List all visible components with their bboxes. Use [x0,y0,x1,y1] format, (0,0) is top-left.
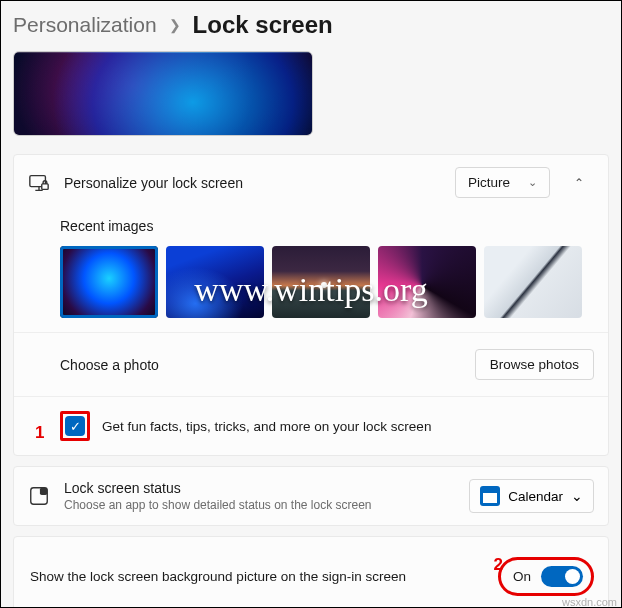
signin-label: Show the lock screen background picture … [30,569,498,584]
breadcrumb-parent[interactable]: Personalization [13,13,157,37]
recent-image-4[interactable] [378,246,476,318]
status-row[interactable]: Lock screen status Choose an app to show… [14,467,608,525]
page-title: Lock screen [193,11,333,39]
monitor-lock-icon [28,172,50,194]
chevron-down-icon: ⌄ [528,176,537,189]
annotation-box-2: On [498,557,594,596]
status-subtitle: Choose an app to show detailed status on… [64,498,455,512]
choose-photo-label: Choose a photo [60,357,475,373]
attribution: wsxdn.com [562,596,617,608]
background-type-select[interactable]: Picture ⌄ [455,167,550,198]
svg-rect-1 [42,183,48,189]
check-icon: ✓ [70,419,81,434]
status-icon [28,485,50,507]
signin-row: Show the lock screen background picture … [14,537,608,608]
recent-images-section: Recent images [14,210,608,332]
lock-screen-preview [13,51,313,136]
calendar-icon [480,486,500,506]
chevron-up-icon: ⌃ [574,176,584,190]
annotation-box-1: ✓ [60,411,90,441]
fun-facts-label: Get fun facts, tips, tricks, and more on… [102,419,431,434]
browse-photos-button[interactable]: Browse photos [475,349,594,380]
status-app-value: Calendar [508,489,563,504]
personalize-header-row[interactable]: Personalize your lock screen Picture ⌄ ⌃ [14,155,608,210]
svg-rect-3 [40,488,47,495]
recent-image-5[interactable] [484,246,582,318]
preview-image [14,52,312,135]
toggle-state-text: On [513,569,531,584]
fun-facts-checkbox[interactable]: ✓ [65,416,85,436]
status-card: Lock screen status Choose an app to show… [13,466,609,526]
recent-images-label: Recent images [60,218,594,234]
signin-card: Show the lock screen background picture … [13,536,609,608]
status-title: Lock screen status [64,480,455,496]
fun-facts-row: ✓ Get fun facts, tips, tricks, and more … [14,396,608,455]
choose-photo-row: Choose a photo Browse photos [14,332,608,396]
recent-images-list [60,246,594,318]
status-app-select[interactable]: Calendar ⌄ [469,479,594,513]
chevron-right-icon: ❯ [169,17,181,33]
personalize-card: Personalize your lock screen Picture ⌄ ⌃… [13,154,609,456]
chevron-down-icon: ⌄ [571,488,583,504]
annotation-marker-1: 1 [35,423,44,443]
signin-toggle[interactable] [541,566,583,587]
annotation-marker-2: 2 [494,555,503,575]
recent-image-1[interactable] [60,246,158,318]
collapse-button[interactable]: ⌃ [564,168,594,198]
select-value: Picture [468,175,510,190]
breadcrumb: Personalization ❯ Lock screen [1,1,621,51]
recent-image-3[interactable] [272,246,370,318]
recent-image-2[interactable] [166,246,264,318]
personalize-label: Personalize your lock screen [64,175,441,191]
